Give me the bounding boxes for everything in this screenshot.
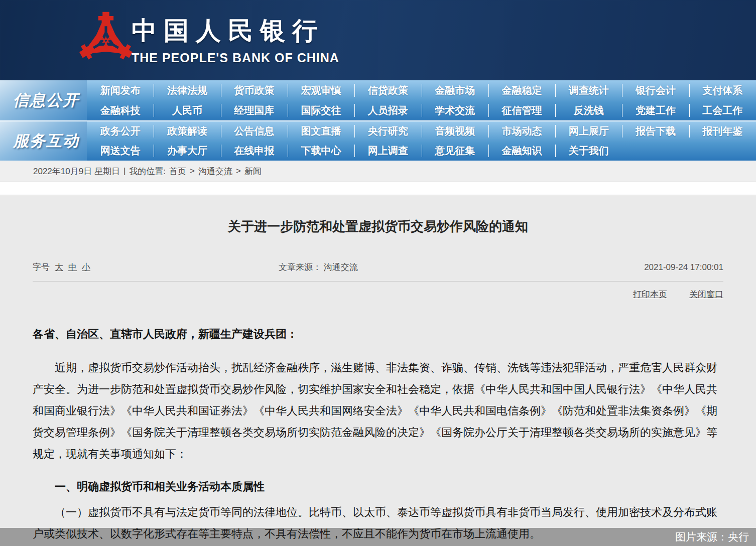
nav-item-academic-exchange[interactable]: 学术交流 bbox=[422, 100, 488, 120]
nav-item-news-release[interactable]: 新闻发布 bbox=[87, 80, 154, 100]
pboc-webpage: 中国人民银行 THE PEOPLE'S BANK OF CHINA 信息公开 新… bbox=[0, 0, 756, 546]
nav-item-policy-interpretation[interactable]: 政策解读 bbox=[154, 121, 220, 141]
nav-item-party-building[interactable]: 党建工作 bbox=[622, 100, 689, 120]
brand-block: 中国人民银行 THE PEOPLE'S BANK OF CHINA bbox=[132, 14, 339, 65]
article-source: 文章来源： 沟通交流 bbox=[279, 261, 644, 273]
breadcrumb-separator: > bbox=[190, 166, 195, 176]
font-size-small-button[interactable]: 小 bbox=[82, 261, 90, 273]
breadcrumb-channel-link[interactable]: 沟通交流 bbox=[198, 166, 232, 177]
nav-section-info-disclosure: 信息公开 新闻发布 法律法规 货币政策 宏观审慎 信贷政策 金融市场 金融稳定 … bbox=[0, 80, 756, 120]
nav-item-survey-statistics[interactable]: 调查统计 bbox=[555, 80, 622, 100]
nav-item-gov-affairs[interactable]: 政务公开 bbox=[87, 121, 154, 141]
nav-item-live-broadcast[interactable]: 图文直播 bbox=[288, 121, 354, 141]
nav-label-services[interactable]: 服务互动 bbox=[0, 121, 87, 161]
nav-item-financial-stability[interactable]: 金融稳定 bbox=[488, 80, 555, 100]
nav-item-report-download[interactable]: 报告下载 bbox=[622, 121, 689, 141]
breadcrumb-divider: | bbox=[123, 166, 125, 176]
pboc-logo-icon bbox=[76, 7, 136, 74]
nav-item-about-us[interactable]: 关于我们 bbox=[555, 141, 622, 161]
nav-item-anti-money-laundering[interactable]: 反洗钱 bbox=[555, 100, 622, 120]
article-title: 关于进一步防范和处置虚拟货币交易炒作风险的通知 bbox=[33, 195, 723, 235]
nav-item-monetary-policy[interactable]: 货币政策 bbox=[221, 80, 288, 100]
nav-item-fintech[interactable]: 金融科技 bbox=[87, 100, 154, 120]
location-label: 我的位置: bbox=[129, 166, 166, 177]
current-date: 2022年10月9日 星期日 bbox=[33, 166, 120, 177]
publish-datetime: 2021-09-24 17:00:01 bbox=[644, 262, 723, 272]
print-page-button[interactable]: 打印本页 bbox=[633, 289, 667, 300]
nav-item-treasury[interactable]: 经理国库 bbox=[221, 100, 288, 120]
article-body: 各省、自治区、直辖市人民政府，新疆生产建设兵团： 近期，虚拟货币交易炒作活动抬头… bbox=[33, 323, 723, 544]
nav-item-payment-system[interactable]: 支付体系 bbox=[689, 80, 756, 100]
nav-item-service-hall[interactable]: 办事大厅 bbox=[154, 141, 220, 161]
nav-item-announcements[interactable]: 公告信息 bbox=[221, 121, 288, 141]
bank-name-cn: 中国人民银行 bbox=[132, 14, 339, 48]
font-size-medium-button[interactable]: 中 bbox=[68, 261, 77, 273]
font-size-label: 字号 bbox=[33, 261, 50, 273]
paragraph-1: 近期，虚拟货币交易炒作活动抬头，扰乱经济金融秩序，滋生赌博、非法集资、诈骗、传销… bbox=[33, 357, 723, 465]
nav-item-online-survey[interactable]: 网上调查 bbox=[354, 141, 421, 161]
nav-item-circulars[interactable]: 网送文告 bbox=[87, 141, 154, 161]
article-actions: 打印本页 关闭窗口 bbox=[33, 289, 723, 300]
nav-item-market-trends[interactable]: 市场动态 bbox=[488, 121, 555, 141]
nav-section-services: 服务互动 政务公开 政策解读 公告信息 图文直播 央行研究 音频视频 市场动态 … bbox=[0, 120, 756, 161]
nav-item-credit-management[interactable]: 征信管理 bbox=[488, 100, 555, 120]
nav-item-financial-knowledge[interactable]: 金融知识 bbox=[488, 141, 555, 161]
nav-item-labor-union[interactable]: 工会工作 bbox=[689, 100, 756, 120]
nav-cell-empty bbox=[689, 141, 756, 161]
nav-item-recruitment[interactable]: 人员招录 bbox=[354, 100, 421, 120]
article-content-area: 关于进一步防范和处置虚拟货币交易炒作风险的通知 字号 大 中 小 文章来源： 沟… bbox=[0, 195, 756, 546]
breadcrumb-home-link[interactable]: 首页 bbox=[169, 166, 186, 177]
nav-item-renminbi[interactable]: 人民币 bbox=[154, 100, 220, 120]
main-navigation: 信息公开 新闻发布 法律法规 货币政策 宏观审慎 信贷政策 金融市场 金融稳定 … bbox=[0, 80, 756, 161]
font-size-large-button[interactable]: 大 bbox=[55, 261, 63, 273]
article-meta-row: 字号 大 中 小 文章来源： 沟通交流 2021-09-24 17:00:01 bbox=[33, 261, 723, 282]
breadcrumb-separator: > bbox=[236, 166, 241, 176]
font-size-controls: 字号 大 中 小 bbox=[33, 261, 279, 273]
nav-item-credit-policy[interactable]: 信贷政策 bbox=[354, 80, 421, 100]
nav-item-online-gallery[interactable]: 网上展厅 bbox=[555, 121, 622, 141]
nav-item-international[interactable]: 国际交往 bbox=[288, 100, 354, 120]
salutation: 各省、自治区、直辖市人民政府，新疆生产建设兵团： bbox=[33, 323, 723, 345]
nav-item-bank-accounting[interactable]: 银行会计 bbox=[622, 80, 689, 100]
close-window-button[interactable]: 关闭窗口 bbox=[689, 289, 723, 300]
nav-item-download-center[interactable]: 下载中心 bbox=[288, 141, 354, 161]
nav-item-periodicals[interactable]: 报刊年鉴 bbox=[689, 121, 756, 141]
source-value: 沟通交流 bbox=[324, 262, 358, 272]
nav-item-audio-video[interactable]: 音频视频 bbox=[422, 121, 488, 141]
breadcrumb-current-link[interactable]: 新闻 bbox=[244, 166, 262, 177]
site-header: 中国人民银行 THE PEOPLE'S BANK OF CHINA bbox=[0, 0, 756, 80]
nav-item-macroprudential[interactable]: 宏观审慎 bbox=[288, 80, 354, 100]
nav-item-online-filing[interactable]: 在线申报 bbox=[221, 141, 288, 161]
breadcrumb: 2022年10月9日 星期日 | 我的位置: 首页 > 沟通交流 > 新闻 bbox=[0, 161, 756, 182]
nav-item-opinion-collection[interactable]: 意见征集 bbox=[422, 141, 488, 161]
nav-cell-empty bbox=[622, 141, 689, 161]
bank-name-en: THE PEOPLE'S BANK OF CHINA bbox=[132, 51, 339, 65]
nav-item-pbc-research[interactable]: 央行研究 bbox=[354, 121, 421, 141]
nav-grid-info: 新闻发布 法律法规 货币政策 宏观审慎 信贷政策 金融市场 金融稳定 调查统计 … bbox=[87, 80, 756, 120]
nav-item-laws[interactable]: 法律法规 bbox=[154, 80, 220, 100]
paragraph-2: （一）虚拟货币不具有与法定货币等同的法律地位。比特币、以太币、泰达币等虚拟货币具… bbox=[33, 501, 723, 544]
nav-grid-services: 政务公开 政策解读 公告信息 图文直播 央行研究 音频视频 市场动态 网上展厅 … bbox=[87, 121, 756, 161]
article: 关于进一步防范和处置虚拟货币交易炒作风险的通知 字号 大 中 小 文章来源： 沟… bbox=[33, 195, 723, 544]
source-label: 文章来源： bbox=[279, 262, 321, 272]
section-heading-1: 一、明确虚拟货币和相关业务活动本质属性 bbox=[33, 476, 723, 497]
nav-label-info-disclosure[interactable]: 信息公开 bbox=[0, 80, 87, 120]
nav-item-financial-markets[interactable]: 金融市场 bbox=[422, 80, 488, 100]
header-content-gap bbox=[0, 182, 756, 195]
